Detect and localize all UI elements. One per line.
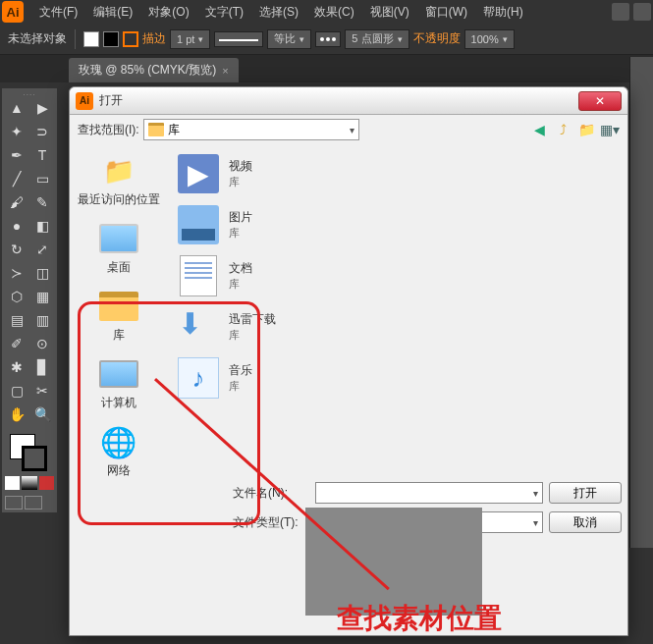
graph-tool[interactable]: ▊ (29, 355, 55, 379)
stroke-rect-icon[interactable] (103, 31, 119, 47)
pencil-tool[interactable]: ✎ (29, 190, 55, 214)
folder-icon (148, 123, 164, 136)
stroke-label[interactable]: 描边 (142, 30, 166, 47)
menu-object[interactable]: 对象(O) (140, 2, 196, 23)
sidebar-item-libraries[interactable]: 库 (70, 284, 167, 351)
sidebar-item-network[interactable]: 网络 (70, 419, 167, 487)
dialog-toolbar: 查找范围(I): 库 ▾ ◀ ⤴ 📁 ▦▾ (70, 115, 627, 144)
menu-effect[interactable]: 效果(C) (306, 2, 362, 23)
none-mode-icon[interactable] (39, 476, 54, 490)
dialog-titlebar[interactable]: Ai 打开 ✕ (70, 87, 627, 115)
dash-preview[interactable] (214, 31, 263, 47)
document-tab[interactable]: 玫瑰 @ 85% (CMYK/预览) × (69, 58, 239, 82)
zoom-tool[interactable]: 🔍 (29, 402, 55, 426)
brush-preview[interactable] (315, 31, 341, 47)
type-tool[interactable]: T (29, 143, 55, 167)
sidebar-item-recent[interactable]: 最近访问的位置 (70, 148, 167, 216)
picture-icon (178, 205, 219, 244)
view-menu-icon[interactable]: ▦▾ (600, 120, 620, 139)
file-item-video[interactable]: 视频库 (172, 148, 624, 199)
filename-label: 文件名(N): (233, 485, 309, 502)
free-transform-tool[interactable]: ◫ (29, 261, 55, 285)
menu-view[interactable]: 视图(V) (362, 2, 417, 23)
file-item-downloads[interactable]: 迅雷下载库 (172, 301, 624, 352)
magic-wand-tool[interactable]: ✦ (4, 120, 29, 143)
chevron-down-icon: ▾ (533, 488, 538, 499)
lasso-tool[interactable]: ⊃ (29, 120, 55, 143)
file-item-documents[interactable]: 文档库 (172, 250, 624, 301)
video-icon (178, 154, 219, 193)
filetype-label: 文件类型(T): (233, 514, 309, 531)
no-selection-label: 未选择对象 (8, 30, 67, 47)
color-mode-icon[interactable] (5, 476, 20, 490)
scale-dropdown[interactable]: 等比 (267, 29, 311, 49)
rectangle-tool[interactable]: ▭ (29, 167, 55, 190)
rotate-tool[interactable]: ↻ (4, 238, 29, 261)
header-search-icon[interactable] (633, 3, 651, 21)
sidebar-item-desktop[interactable]: 桌面 (70, 216, 167, 284)
file-item-music[interactable]: 音乐库 (172, 352, 624, 403)
computer-icon (99, 360, 138, 388)
direct-selection-tool[interactable]: ▶ (29, 96, 55, 120)
stroke-color-well[interactable] (22, 446, 47, 471)
gradient-mode-icon[interactable] (22, 476, 36, 490)
color-wells[interactable] (4, 432, 55, 471)
symbol-sprayer-tool[interactable]: ✱ (4, 355, 29, 379)
menu-window[interactable]: 窗口(W) (417, 2, 475, 23)
screen-mode-normal-icon[interactable] (5, 496, 23, 510)
header-arrange-icon[interactable] (612, 3, 629, 21)
stroke-outline-icon[interactable] (123, 31, 138, 47)
filename-combo[interactable]: ▾ (315, 482, 543, 504)
sidebar-item-label: 最近访问的位置 (78, 191, 160, 208)
slice-tool[interactable]: ✂ (29, 379, 55, 402)
new-folder-icon[interactable]: 📁 (576, 120, 596, 139)
mesh-tool[interactable]: ▤ (4, 308, 29, 332)
options-bar: 未选择对象 描边 1 pt 等比 5 点圆形 不透明度 100% (0, 24, 653, 55)
paintbrush-tool[interactable]: 🖌 (4, 190, 29, 214)
file-item-pictures[interactable]: 图片库 (172, 199, 624, 250)
selection-tool[interactable]: ▲ (4, 96, 29, 120)
opacity-label[interactable]: 不透明度 (413, 30, 461, 47)
sidebar-item-label: 网络 (107, 462, 131, 479)
sidebar-item-computer[interactable]: 计算机 (70, 351, 167, 419)
look-in-label: 查找范围(I): (78, 122, 139, 138)
pen-tool[interactable]: ✒ (4, 143, 29, 167)
open-button[interactable]: 打开 (549, 482, 622, 504)
menu-type[interactable]: 文字(T) (197, 2, 251, 23)
perspective-tool[interactable]: ▦ (29, 285, 55, 308)
sidebar-item-label: 库 (113, 327, 125, 344)
width-tool[interactable]: ≻ (4, 261, 29, 285)
brush-dropdown[interactable]: 5 点圆形 (345, 29, 408, 49)
menu-help[interactable]: 帮助(H) (475, 2, 531, 23)
line-tool[interactable]: ╱ (4, 167, 29, 190)
tab-close-icon[interactable]: × (222, 65, 228, 77)
menu-select[interactable]: 选择(S) (251, 2, 306, 23)
screen-mode-full-icon[interactable] (25, 496, 42, 510)
dialog-close-button[interactable]: ✕ (578, 91, 622, 111)
right-panel-collapsed[interactable] (629, 57, 653, 548)
network-icon (97, 423, 140, 460)
up-icon[interactable]: ⤴ (553, 120, 572, 139)
desktop-icon (99, 224, 138, 253)
look-in-combo[interactable]: 库 ▾ (143, 119, 359, 140)
places-sidebar: 最近访问的位置 桌面 库 计算机 网络 (70, 144, 168, 635)
eraser-tool[interactable]: ◧ (29, 214, 55, 238)
stroke-width-dropdown[interactable]: 1 pt (170, 29, 210, 49)
gradient-tool[interactable]: ▥ (29, 308, 55, 332)
fill-swatch[interactable] (83, 31, 99, 47)
scale-tool[interactable]: ⤢ (29, 238, 55, 261)
back-icon[interactable]: ◀ (529, 120, 549, 139)
sidebar-item-label: 桌面 (107, 259, 131, 276)
eyedropper-tool[interactable]: ✐ (4, 332, 29, 355)
opacity-value-dropdown[interactable]: 100% (464, 29, 515, 49)
blob-brush-tool[interactable]: ● (4, 214, 29, 238)
menu-edit[interactable]: 编辑(E) (85, 2, 140, 23)
document-tab-bar: 玫瑰 @ 85% (CMYK/预览) × (0, 55, 653, 82)
shape-builder-tool[interactable]: ⬡ (4, 285, 29, 308)
file-list-pane: 视频库 图片库 文档库 迅雷下载库 (168, 144, 627, 635)
artboard-tool[interactable]: ▢ (4, 379, 29, 402)
hand-tool[interactable]: ✋ (4, 402, 29, 426)
app-menu-bar: Ai 文件(F) 编辑(E) 对象(O) 文字(T) 选择(S) 效果(C) 视… (0, 0, 653, 24)
menu-file[interactable]: 文件(F) (31, 2, 85, 23)
blend-tool[interactable]: ⊙ (29, 332, 55, 355)
